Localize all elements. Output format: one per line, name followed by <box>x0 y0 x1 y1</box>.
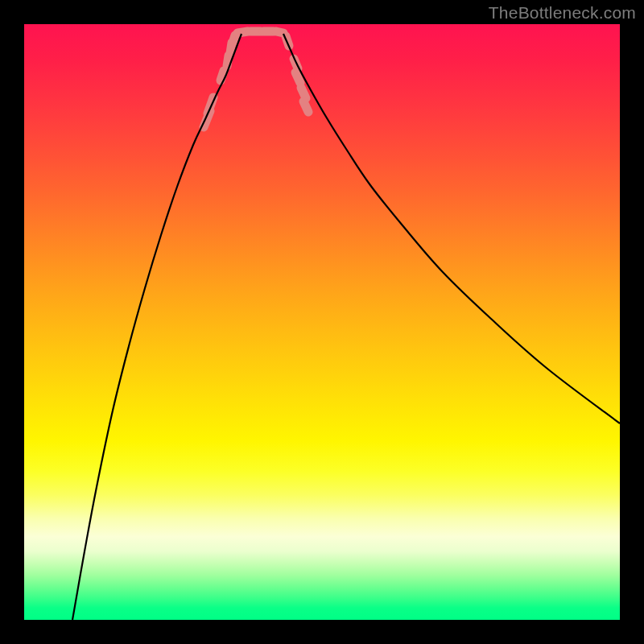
right-curve <box>283 34 620 423</box>
dash-segment <box>233 35 235 43</box>
dash-segment <box>276 31 283 33</box>
curve-layer <box>24 24 620 620</box>
dash-segment <box>295 72 300 83</box>
chart-frame: TheBottleneck.com <box>0 0 644 644</box>
dash-segment <box>303 101 308 112</box>
watermark-text: TheBottleneck.com <box>489 3 636 23</box>
plot-area <box>24 24 620 620</box>
left-curve <box>72 34 242 620</box>
dash-segment <box>301 88 306 98</box>
